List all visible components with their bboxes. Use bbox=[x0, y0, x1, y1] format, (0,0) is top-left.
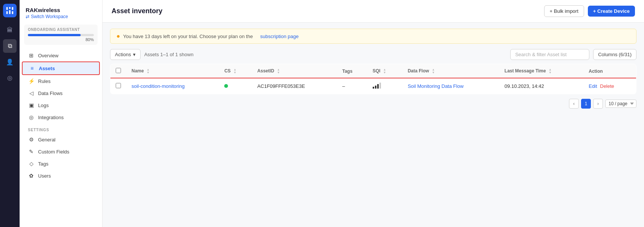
custom-fields-icon: ✎ bbox=[28, 149, 35, 155]
sidebar-nav: ⊞ Overview ≡ Assets ⚡ Rules ◁ Data Flows… bbox=[20, 49, 102, 222]
sidebar-item-label: Assets bbox=[39, 66, 55, 71]
th-dataflow: Data Flow ▲▼ bbox=[402, 64, 499, 78]
nav-icon-circle[interactable]: ◎ bbox=[3, 71, 17, 84]
general-icon: ⚙ bbox=[28, 137, 35, 143]
trial-banner: ● You have 13 days left on your trial. C… bbox=[110, 29, 636, 44]
app-logo bbox=[3, 4, 17, 17]
th-checkbox bbox=[110, 64, 127, 78]
sidebar-item-dataflows[interactable]: ◁ Data Flows bbox=[22, 87, 100, 99]
sidebar: RAKwireless ⇄ Switch Workspace ONBOARDIN… bbox=[20, 0, 102, 227]
th-tags: Tags bbox=[337, 64, 367, 78]
sidebar-item-users[interactable]: ✿ Users bbox=[22, 170, 100, 182]
row-assetid-cell: AC1F09FFFE053E3E bbox=[252, 78, 337, 94]
topbar: Asset inventory + Bulk import + Create D… bbox=[102, 0, 644, 23]
onboarding-label: ONBOARDING ASSISTANT bbox=[28, 28, 94, 32]
sidebar-item-tags[interactable]: ◇ Tags bbox=[22, 158, 100, 170]
signal-bar-2 bbox=[375, 86, 376, 89]
dataflow-link[interactable]: Soil Monitoring Data Flow bbox=[408, 83, 463, 89]
sidebar-item-overview[interactable]: ⊞ Overview bbox=[22, 49, 100, 61]
th-cs: CS ▲▼ bbox=[219, 64, 252, 78]
sidebar-item-label: Users bbox=[38, 173, 51, 179]
asset-table-wrapper: Name ▲▼ CS ▲▼ AssetID ▲▼ Tags bbox=[110, 64, 636, 94]
signal-bar-3 bbox=[377, 84, 379, 89]
status-online-dot bbox=[224, 84, 228, 88]
sidebar-item-label: Custom Fields bbox=[38, 149, 69, 155]
th-sqi: SQI ▲▼ bbox=[367, 64, 402, 78]
dataflows-icon: ◁ bbox=[28, 90, 35, 96]
row-checkbox-cell bbox=[110, 78, 127, 94]
sidebar-item-label: Rules bbox=[38, 78, 50, 84]
per-page-select[interactable]: 10 / page 20 / page 50 / page bbox=[605, 100, 636, 108]
th-name: Name ▲▼ bbox=[126, 64, 219, 78]
sidebar-item-integrations[interactable]: ◎ Integrations bbox=[22, 111, 100, 123]
nav-icon-layers[interactable]: ⧉ bbox=[3, 39, 17, 53]
svg-rect-0 bbox=[6, 7, 8, 10]
svg-rect-3 bbox=[6, 11, 8, 14]
columns-button[interactable]: Columns (6/31) bbox=[593, 49, 636, 60]
svg-rect-5 bbox=[12, 11, 14, 14]
sidebar-item-rules[interactable]: ⚡ Rules bbox=[22, 75, 100, 87]
name-sort-arrows[interactable]: ▲▼ bbox=[147, 68, 150, 74]
app-name: RAKwireless bbox=[26, 7, 96, 13]
sidebar-item-label: Data Flows bbox=[38, 90, 63, 96]
sidebar-item-label: Logs bbox=[38, 103, 49, 108]
switch-workspace-link[interactable]: ⇄ Switch Workspace bbox=[26, 14, 96, 19]
actions-label: Actions bbox=[115, 52, 131, 57]
row-sqi-cell bbox=[367, 78, 402, 94]
row-name-cell: soil-condition-monitoring bbox=[126, 78, 219, 94]
settings-section-label: SETTINGS bbox=[20, 123, 102, 133]
asset-name-link[interactable]: soil-condition-monitoring bbox=[132, 83, 185, 89]
main-content: Asset inventory + Bulk import + Create D… bbox=[102, 0, 644, 227]
sidebar-item-label: Integrations bbox=[38, 115, 64, 120]
dataflow-sort-arrows[interactable]: ▲▼ bbox=[432, 68, 435, 74]
signal-bar-4 bbox=[379, 83, 381, 89]
sidebar-item-label: General bbox=[38, 137, 55, 143]
lastmsg-sort-arrows[interactable]: ▲▼ bbox=[549, 68, 552, 74]
trial-message: You have 13 days left on your trial. Cho… bbox=[123, 34, 253, 39]
topbar-actions: + Bulk import + Create Device bbox=[544, 5, 635, 17]
pagination: ‹ 1 › 10 / page 20 / page 50 / page bbox=[110, 99, 636, 109]
row-tags-cell: – bbox=[337, 78, 367, 94]
th-last-message: Last Message Time ▲▼ bbox=[499, 64, 583, 78]
edit-button[interactable]: Edit bbox=[589, 83, 597, 89]
th-assetid: AssetID ▲▼ bbox=[252, 64, 337, 78]
nav-icon-person[interactable]: 👤 bbox=[3, 55, 17, 69]
table-toolbar: Actions ▾ Assets 1–1 of 1 shown Columns … bbox=[110, 49, 636, 60]
actions-dropdown-button[interactable]: Actions ▾ bbox=[110, 49, 141, 60]
sidebar-item-assets[interactable]: ≡ Assets bbox=[22, 61, 100, 75]
asset-table: Name ▲▼ CS ▲▼ AssetID ▲▼ Tags bbox=[110, 64, 636, 94]
onboarding-assistant-box: ONBOARDING ASSISTANT 80% bbox=[24, 25, 98, 45]
svg-rect-2 bbox=[12, 7, 14, 10]
select-all-checkbox[interactable] bbox=[116, 68, 121, 73]
next-page-button[interactable]: › bbox=[593, 99, 603, 109]
sqi-sort-arrows[interactable]: ▲▼ bbox=[383, 68, 386, 74]
current-page-button[interactable]: 1 bbox=[581, 99, 591, 109]
nav-icon-building[interactable]: 🏛 bbox=[3, 23, 17, 37]
assets-count-label: Assets 1–1 of 1 shown bbox=[144, 52, 194, 57]
progress-percentage: 80% bbox=[28, 37, 94, 42]
create-device-button[interactable]: + Create Device bbox=[588, 6, 635, 17]
sidebar-item-general[interactable]: ⚙ General bbox=[22, 133, 100, 146]
actions-chevron-icon: ▾ bbox=[133, 52, 136, 57]
row-checkbox[interactable] bbox=[116, 83, 121, 88]
progress-bar-bg bbox=[28, 34, 94, 36]
tags-icon: ◇ bbox=[28, 161, 35, 167]
sidebar-item-custom-fields[interactable]: ✎ Custom Fields bbox=[22, 146, 100, 158]
delete-button[interactable]: Delete bbox=[600, 83, 614, 89]
search-input[interactable] bbox=[510, 49, 589, 60]
assets-icon: ≡ bbox=[29, 65, 35, 71]
assetid-sort-arrows[interactable]: ▲▼ bbox=[277, 68, 280, 74]
page-title: Asset inventory bbox=[112, 7, 162, 15]
row-action-cell: Edit Delete bbox=[583, 78, 636, 94]
cs-sort-arrows[interactable]: ▲▼ bbox=[233, 68, 236, 74]
sidebar-item-logs[interactable]: ▣ Logs bbox=[22, 99, 100, 111]
logs-icon: ▣ bbox=[28, 102, 35, 108]
progress-bar-fill bbox=[28, 34, 81, 36]
prev-page-button[interactable]: ‹ bbox=[569, 99, 579, 109]
table-row: soil-condition-monitoring AC1F09FFFE053E… bbox=[110, 78, 636, 94]
rules-icon: ⚡ bbox=[28, 78, 35, 84]
users-icon: ✿ bbox=[28, 173, 35, 179]
bulk-import-button[interactable]: + Bulk import bbox=[544, 5, 584, 17]
subscription-page-link[interactable]: subscription page bbox=[260, 34, 299, 39]
icon-rail: 🏛 ⧉ 👤 ◎ bbox=[0, 0, 20, 227]
